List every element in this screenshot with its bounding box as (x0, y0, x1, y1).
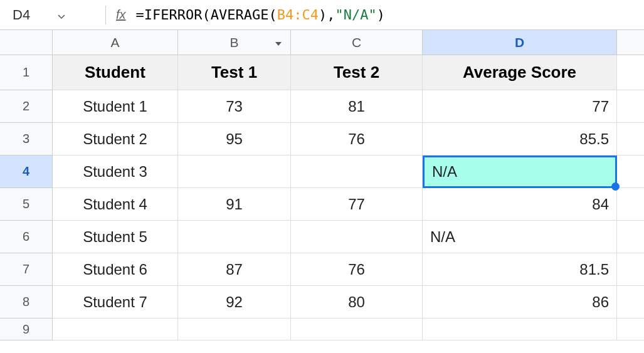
cell-C3[interactable]: 76 (291, 123, 423, 155)
name-box-value: D4 (13, 7, 30, 23)
cell-C5[interactable]: 77 (291, 188, 423, 221)
cell-A7[interactable]: Student 6 (53, 253, 178, 286)
cell-C9[interactable] (291, 319, 423, 340)
cell-A6[interactable]: Student 5 (53, 221, 178, 253)
cell-D3[interactable]: 85.5 (423, 123, 617, 155)
formula-input[interactable]: =IFERROR(AVERAGE(B4:C4),"N/A") (136, 7, 636, 23)
formula-token-paren: ) (377, 7, 385, 23)
cells-grid: StudentTest 1Test 2Average ScoreStudent … (53, 55, 644, 340)
cell-A2[interactable]: Student 1 (53, 90, 178, 123)
cell-B9[interactable] (178, 319, 291, 340)
column-header-C[interactable]: C (291, 30, 423, 55)
header-cell-B[interactable]: Test 1 (178, 55, 291, 90)
row-header-6[interactable]: 6 (0, 221, 53, 253)
formula-token-fn: AVERAGE (211, 7, 269, 23)
row-header-2[interactable]: 2 (0, 90, 53, 123)
select-all-corner[interactable] (0, 30, 53, 55)
formula-bar: D4 fx =IFERROR(AVERAGE(B4:C4),"N/A") (0, 0, 644, 30)
cell-empty[interactable] (617, 123, 644, 155)
cell-B7[interactable]: 87 (178, 253, 291, 286)
cell-D4[interactable]: N/A (423, 155, 617, 188)
header-cell-D[interactable]: Average Score (423, 55, 617, 90)
cell-A3[interactable]: Student 2 (53, 123, 178, 155)
fx-icon[interactable]: fx (116, 8, 126, 22)
formula-token-paren: ( (269, 7, 277, 23)
cell-empty[interactable] (617, 188, 644, 221)
cell-empty[interactable] (617, 253, 644, 286)
cell-C4[interactable] (291, 155, 423, 188)
cell-A9[interactable] (53, 319, 178, 340)
cell-empty[interactable] (617, 286, 644, 319)
row-header-5[interactable]: 5 (0, 188, 53, 221)
formula-token-comma: , (327, 7, 335, 23)
column-header-B[interactable]: B (178, 30, 291, 55)
name-box-dropdown-icon[interactable] (58, 7, 65, 23)
cell-D2[interactable]: 77 (423, 90, 617, 123)
filter-dropdown-icon[interactable] (274, 35, 283, 50)
cell-B8[interactable]: 92 (178, 286, 291, 319)
formula-token-str: "N/A" (335, 7, 376, 23)
row-header-3[interactable]: 3 (0, 123, 53, 155)
cell-B3[interactable]: 95 (178, 123, 291, 155)
cell-B2[interactable]: 73 (178, 90, 291, 123)
column-headers: ABCD (53, 30, 644, 55)
cell-empty[interactable] (617, 155, 644, 188)
cell-empty[interactable] (617, 221, 644, 253)
cell-D5[interactable]: 84 (423, 188, 617, 221)
divider (105, 6, 106, 24)
column-header-empty[interactable] (617, 30, 644, 55)
column-header-label: A (110, 35, 119, 50)
name-box[interactable]: D4 (8, 4, 95, 26)
cell-D6[interactable]: N/A (423, 221, 617, 253)
row-header-1[interactable]: 1 (0, 55, 53, 90)
cell-C2[interactable]: 81 (291, 90, 423, 123)
cell-A5[interactable]: Student 4 (53, 188, 178, 221)
formula-token-ref: B4:C4 (277, 7, 319, 23)
formula-token-paren: ( (203, 7, 211, 23)
cell-C8[interactable]: 80 (291, 286, 423, 319)
column-header-label: D (515, 35, 524, 50)
cell-B4[interactable] (178, 155, 291, 188)
cell-A4[interactable]: Student 3 (53, 155, 178, 188)
cell-empty[interactable] (617, 90, 644, 123)
cell-B6[interactable] (178, 221, 291, 253)
header-cell-A[interactable]: Student (53, 55, 178, 90)
formula-token-fn: IFERROR (144, 7, 203, 23)
row-header-9[interactable]: 9 (0, 319, 53, 340)
column-header-A[interactable]: A (53, 30, 178, 55)
formula-token-paren: ) (319, 7, 327, 23)
cell-empty[interactable] (617, 55, 644, 90)
cell-A8[interactable]: Student 7 (53, 286, 178, 319)
header-cell-C[interactable]: Test 2 (291, 55, 423, 90)
row-header-7[interactable]: 7 (0, 253, 53, 286)
formula-token-eq: = (136, 7, 144, 23)
cell-C7[interactable]: 76 (291, 253, 423, 286)
spreadsheet-grid: 123456789 ABCD StudentTest 1Test 2Averag… (0, 30, 644, 353)
cell-empty[interactable] (617, 319, 644, 340)
row-header-4[interactable]: 4 (0, 155, 53, 188)
column-header-D[interactable]: D (423, 30, 617, 55)
cell-D8[interactable]: 86 (423, 286, 617, 319)
column-header-label: C (352, 35, 361, 50)
column-header-label: B (230, 35, 238, 50)
cell-D9[interactable] (423, 319, 617, 340)
cell-C6[interactable] (291, 221, 423, 253)
row-headers: 123456789 (0, 55, 53, 340)
row-header-8[interactable]: 8 (0, 286, 53, 319)
cell-B5[interactable]: 91 (178, 188, 291, 221)
cell-D7[interactable]: 81.5 (423, 253, 617, 286)
